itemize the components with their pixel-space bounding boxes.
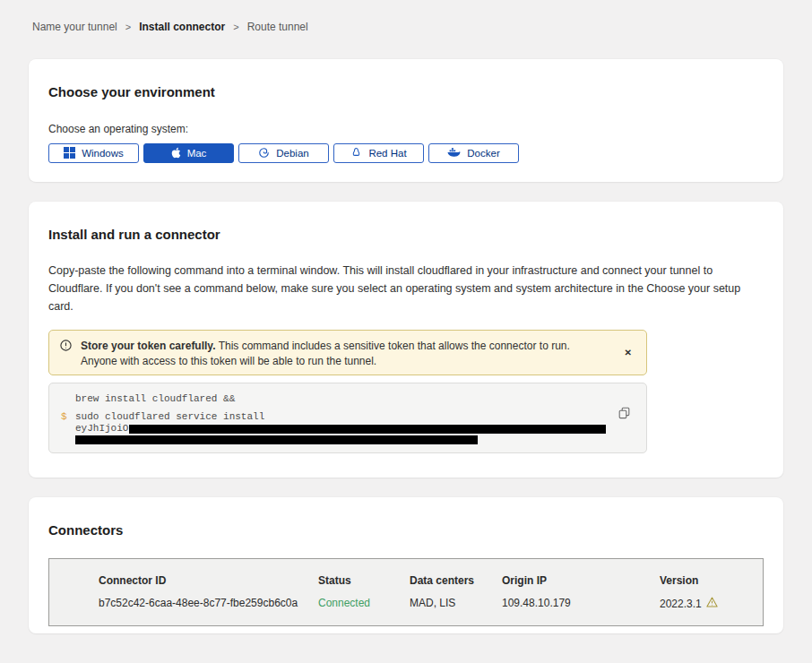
redacted-token-bar [75,435,478,444]
apple-icon [171,147,181,160]
token-line: eyJhIjoiO [75,424,610,434]
tunnel-setup-page: Name your tunnel > Install connector > R… [0,0,812,663]
debian-icon [258,147,270,160]
breadcrumb-route-tunnel[interactable]: Route tunnel [247,21,308,33]
connectors-card: Connectors Connector ID Status Data cent… [29,497,783,633]
warning-text: Store your token carefully. This command… [81,336,583,369]
breadcrumb-name-your-tunnel[interactable]: Name your tunnel [32,21,117,33]
breadcrumb-separator: > [233,22,238,32]
warning-title: Store your token carefully. [81,340,216,352]
info-circle-icon [60,340,72,356]
os-button-label: Red Hat [368,148,406,159]
os-button-label: Windows [82,148,124,159]
version-value: 2022.3.1 [660,597,754,610]
command-line-1: brew install cloudflared && [75,393,610,405]
token-prefix: eyJhIjoiO [75,423,128,435]
command-code-block: $ brew install cloudflared && sudo cloud… [48,383,647,453]
warning-triangle-icon [706,597,718,610]
os-button-label: Docker [467,148,499,159]
column-header-version: Version [660,574,754,587]
os-button-docker[interactable]: Docker [428,143,519,163]
os-button-windows[interactable]: Windows [48,143,139,163]
token-warning-banner: Store your token carefully. This command… [48,330,647,375]
connector-status-value: Connected [318,597,410,610]
column-header-data-centers: Data centers [410,574,502,587]
os-button-group: Windows Mac Debian Red Hat [48,143,764,163]
windows-icon [64,147,75,160]
data-centers-value: MAD, LIS [410,597,502,610]
environment-card-title: Choose your environment [48,84,764,99]
install-connector-card: Install and run a connector Copy-paste t… [29,202,783,478]
choose-environment-card: Choose your environment Choose an operat… [29,59,783,182]
redhat-icon [350,147,362,160]
origin-ip-value: 109.48.10.179 [502,597,660,610]
os-button-debian[interactable]: Debian [238,143,329,163]
column-header-status: Status [318,574,410,587]
copy-icon[interactable] [618,407,630,419]
breadcrumb: Name your tunnel > Install connector > R… [32,21,783,33]
os-button-mac[interactable]: Mac [143,143,234,163]
version-number: 2022.3.1 [660,598,702,610]
command-line-2: sudo cloudflared service install [75,411,610,423]
install-instructions: Copy-paste the following command into a … [48,262,764,315]
close-icon[interactable]: ✕ [621,346,635,359]
os-button-label: Mac [187,148,207,159]
redacted-token-bar [129,425,606,434]
os-button-label: Debian [276,148,308,159]
connector-id-value: b7c52c42-6caa-48ee-8c77-fbe259cb6c0a [99,597,318,610]
shell-prompt: $ [61,411,67,423]
connectors-table: Connector ID Status Data centers Origin … [48,558,764,626]
os-button-redhat[interactable]: Red Hat [333,143,424,163]
os-select-label: Choose an operating system: [48,123,764,135]
docker-icon [447,147,461,159]
install-card-title: Install and run a connector [48,227,764,242]
column-header-origin-ip: Origin IP [502,574,660,587]
breadcrumb-install-connector[interactable]: Install connector [139,21,225,33]
column-header-connector-id: Connector ID [99,574,318,587]
connectors-card-title: Connectors [48,522,764,538]
breadcrumb-separator: > [125,22,131,32]
